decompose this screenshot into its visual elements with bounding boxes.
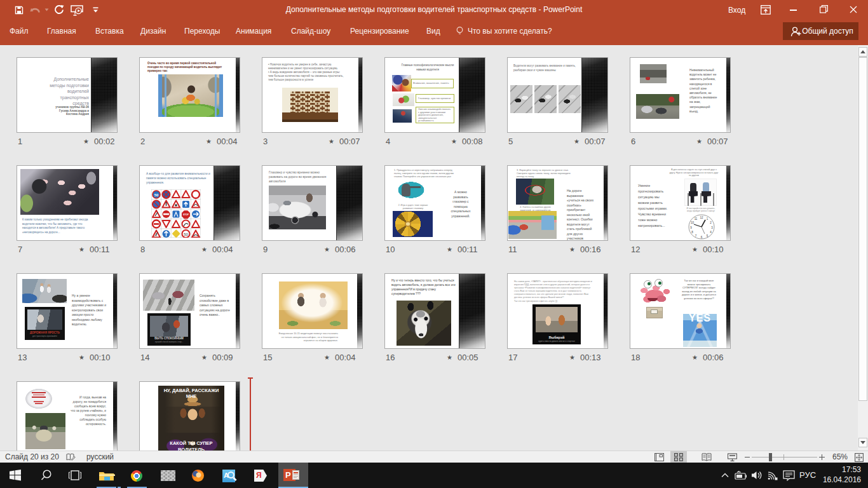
svg-text:50: 50	[154, 193, 159, 197]
svg-text:12: 12	[700, 216, 703, 219]
svg-text:50: 50	[184, 233, 188, 236]
svg-text:11: 11	[695, 217, 698, 220]
svg-text:10: 10	[691, 221, 695, 224]
svg-text:STOP: STOP	[183, 214, 189, 216]
